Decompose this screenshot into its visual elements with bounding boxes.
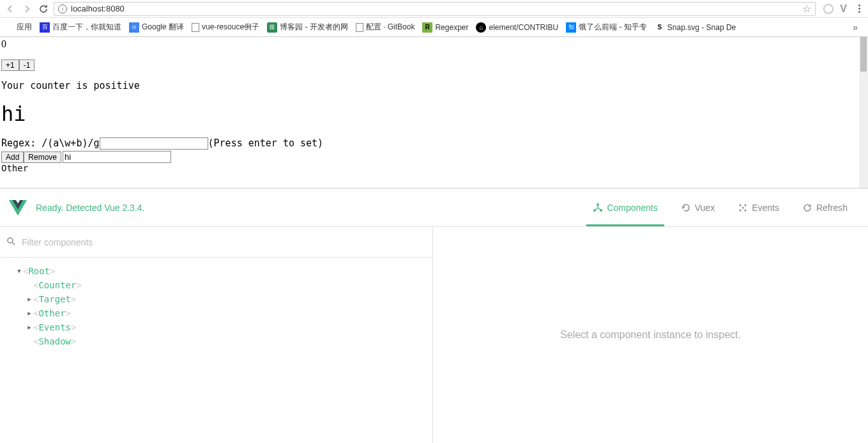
counter-message: Your counter is positive [1, 80, 867, 91]
decrement-button[interactable]: -1 [19, 59, 35, 71]
forward-button[interactable] [20, 3, 33, 15]
google-icon: G [129, 22, 139, 33]
bookmark-google-translate[interactable]: G Google 翻译 [129, 22, 184, 33]
devtools-body: ▼ <Root> <Counter> ▶ <Target> ▶ <Other> … [0, 227, 868, 443]
reload-button[interactable] [37, 3, 50, 15]
vue-devtools-icon[interactable]: V [840, 3, 847, 15]
bookmark-zhihu[interactable]: 知 饿了么前端 - 知乎专 [566, 22, 647, 33]
tree-label: Root [28, 266, 50, 276]
svg-point-5 [740, 209, 742, 211]
tree-arrow-icon[interactable]: ▶ [26, 324, 33, 330]
cnblogs-icon: 园 [267, 22, 277, 33]
tab-refresh[interactable]: Refresh [791, 189, 859, 226]
tree-item-events[interactable]: ▶ <Events> [5, 320, 427, 334]
tab-events[interactable]: Events [726, 189, 791, 226]
bookmarks-bar: 应用 百 百度一下，你就知道 G Google 翻译 vue-resouce例子… [0, 18, 868, 37]
regex-hint: (Press enter to set) [208, 137, 324, 149]
tree-item-target[interactable]: ▶ <Target> [5, 292, 427, 306]
bookmark-gitbook[interactable]: 配置 · GitBook [356, 22, 415, 33]
bookmark-baidu[interactable]: 百 百度一下，你就知道 [40, 22, 121, 33]
page-content: 0 +1-1 Your counter is positive hi Regex… [0, 37, 868, 188]
bookmark-label: Snap.svg - Snap De [667, 23, 736, 32]
vuex-icon [681, 203, 691, 213]
inspector-placeholder: Select a component instance to inspect. [560, 329, 741, 341]
baidu-icon: 百 [40, 22, 50, 33]
regex-icon: R [422, 22, 432, 33]
tree-label: Shadow [38, 336, 71, 346]
bookmark-label: 饿了么前端 - 知乎专 [579, 22, 647, 33]
vue-logo-icon [9, 200, 27, 215]
tree-label: Target [38, 294, 71, 304]
bookmark-label: vue-resouce例子 [202, 22, 259, 33]
svg-point-7 [742, 206, 744, 208]
extension-icon-1[interactable] [823, 4, 834, 14]
bookmark-apps[interactable]: 应用 [4, 22, 32, 33]
extension-icons: V [819, 3, 851, 15]
url-bar[interactable]: i localhost:8080 ☆ [54, 2, 816, 16]
devtools-header: Ready. Detected Vue 2.3.4. Components Vu… [0, 189, 868, 227]
tree-label: Counter [38, 280, 76, 290]
bookmark-vue-resource[interactable]: vue-resouce例子 [192, 22, 259, 33]
ready-status: Ready. Detected Vue 2.3.4. [36, 203, 144, 213]
tree-arrow-icon[interactable]: ▶ [26, 296, 33, 302]
text-input[interactable] [63, 151, 171, 163]
filter-input[interactable] [22, 237, 426, 247]
search-icon [6, 237, 15, 247]
tree-item-other[interactable]: ▶ <Other> [5, 306, 427, 320]
bookmark-label: 应用 [17, 22, 32, 33]
tab-components[interactable]: Components [581, 189, 669, 226]
browser-menu-button[interactable] [855, 4, 864, 13]
tree-label: Events [38, 322, 71, 332]
counter-value: 0 [1, 38, 867, 50]
tree-item-root[interactable]: ▼ <Root> [5, 264, 427, 278]
bookmark-label: Google 翻译 [142, 22, 184, 33]
browser-toolbar: i localhost:8080 ☆ V [0, 0, 868, 18]
file-icon [192, 23, 199, 32]
refresh-icon [802, 203, 812, 213]
tree-arrow-icon[interactable]: ▶ [26, 310, 33, 316]
file-icon [356, 23, 363, 32]
svg-point-4 [745, 204, 747, 206]
vue-devtools: Ready. Detected Vue 2.3.4. Components Vu… [0, 188, 868, 443]
svg-point-3 [740, 204, 742, 206]
zhihu-icon: 知 [566, 22, 576, 33]
devtools-tabs: Components Vuex Events Refresh [581, 189, 859, 226]
tab-label: Events [752, 203, 779, 213]
tree-label: Other [38, 308, 65, 318]
tab-label: Refresh [816, 203, 848, 213]
tree-item-shadow[interactable]: <Shadow> [5, 334, 427, 348]
tree-item-counter[interactable]: <Counter> [5, 278, 427, 292]
page-scrollbar[interactable] [859, 37, 868, 188]
bookmark-label: element/CONTRIBU [489, 23, 558, 32]
bookmark-regexper[interactable]: R Regexper [422, 22, 468, 33]
back-button[interactable] [4, 3, 17, 15]
tab-label: Components [607, 203, 657, 213]
star-icon[interactable]: ☆ [802, 3, 811, 15]
other-text: Other [1, 163, 867, 173]
events-icon [738, 203, 748, 213]
github-icon: ⌂ [476, 22, 486, 33]
bookmark-label: 配置 · GitBook [366, 22, 415, 33]
page-heading: hi [1, 102, 867, 126]
increment-button[interactable]: +1 [1, 59, 19, 71]
tab-label: Vuex [695, 203, 715, 213]
tree-arrow-icon[interactable]: ▼ [15, 268, 23, 274]
component-tree-panel: ▼ <Root> <Counter> ▶ <Target> ▶ <Other> … [0, 227, 433, 443]
snap-icon: S [655, 22, 665, 33]
svg-point-8 [8, 238, 13, 243]
info-icon[interactable]: i [58, 4, 67, 13]
regex-input[interactable] [100, 137, 208, 150]
component-tree: ▼ <Root> <Counter> ▶ <Target> ▶ <Other> … [0, 258, 432, 355]
svg-point-6 [745, 209, 747, 211]
tab-vuex[interactable]: Vuex [669, 189, 726, 226]
bookmark-element[interactable]: ⌂ element/CONTRIBU [476, 22, 558, 33]
bookmark-label: 百度一下，你就知道 [52, 22, 121, 33]
bookmarks-overflow[interactable]: » [846, 22, 864, 33]
remove-button[interactable]: Remove [24, 152, 61, 163]
inspector-panel: Select a component instance to inspect. [433, 227, 868, 443]
bookmark-snapsvg[interactable]: S Snap.svg - Snap De [655, 22, 736, 33]
bookmark-cnblogs[interactable]: 园 博客园 - 开发者的网 [267, 22, 348, 33]
add-button[interactable]: Add [1, 152, 24, 163]
components-icon [593, 203, 603, 213]
filter-bar [0, 227, 432, 258]
